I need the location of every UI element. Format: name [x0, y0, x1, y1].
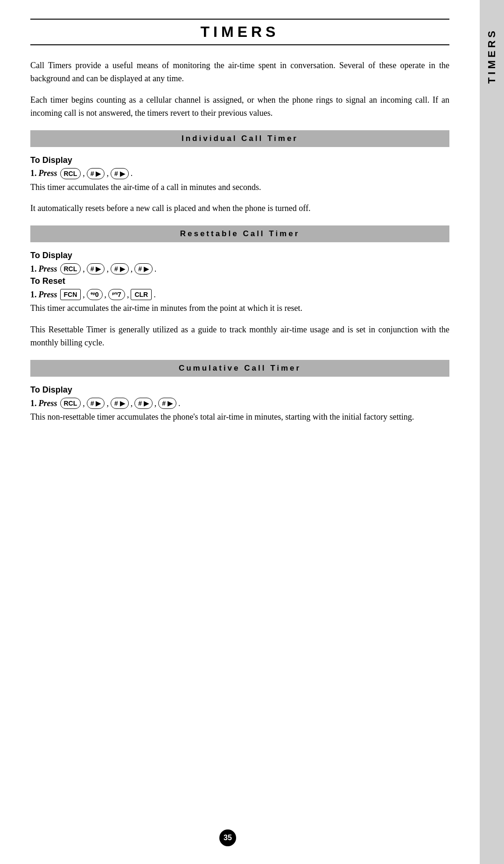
key-rcl-c1: RCL — [60, 398, 81, 409]
comma: , — [83, 169, 85, 178]
step-number-c1: 1. — [30, 399, 37, 408]
key-rcl-r1: RCL — [60, 263, 81, 274]
period: . — [178, 399, 181, 408]
press-word: Press — [39, 169, 57, 178]
key-hash-r3: # ▶ — [134, 263, 153, 274]
period: . — [154, 290, 156, 300]
comma: , — [154, 399, 157, 408]
intro-paragraph-2: Each timer begins counting as a cellular… — [30, 94, 449, 120]
individual-note: It automatically resets before a new cal… — [30, 202, 449, 215]
key-hash-c3: # ▶ — [134, 398, 153, 409]
individual-display-label: To Display — [30, 155, 449, 165]
comma: , — [127, 290, 129, 300]
key-rcl-1: RCL — [60, 168, 81, 179]
intro-paragraph-1: Call Timers provide a useful means of mo… — [30, 59, 449, 85]
comma: , — [131, 399, 133, 408]
cumulative-display-step1: 1. Press RCL, # ▶, # ▶, # ▶, # ▶. — [30, 398, 449, 409]
resettable-reset-step1: 1. Press FCN, ᵒᵖ0, ᵖʳˢ7, CLR. — [30, 289, 449, 300]
key-hash-c1: # ▶ — [87, 398, 105, 409]
section-header-cumulative-text: Cumulative Call Timer — [179, 364, 301, 372]
press-word-r1: Press — [39, 264, 57, 274]
key-7: ᵖʳˢ7 — [108, 289, 125, 300]
comma: , — [105, 290, 107, 300]
section-header-resettable-text: Resettable Call Timer — [180, 229, 300, 238]
page-title-bar: TIMERS — [30, 19, 449, 45]
section-header-individual: Individual Call Timer — [30, 130, 449, 147]
page-title: TIMERS — [201, 23, 280, 40]
step-number-r1: 1. — [30, 264, 37, 274]
right-tab-label: TIMERS — [486, 28, 498, 84]
comma: , — [83, 290, 85, 300]
right-tab: TIMERS — [480, 0, 504, 864]
comma: , — [106, 169, 109, 178]
key-0: ᵒᵖ0 — [87, 289, 103, 300]
individual-description: This timer accumulates the air-time of a… — [30, 181, 449, 194]
step-number-reset: 1. — [30, 290, 37, 300]
resettable-reset-label: To Reset — [30, 276, 449, 286]
step-number: 1. — [30, 169, 37, 178]
key-hash-c2: # ▶ — [111, 398, 129, 409]
page-number-container: 35 — [0, 829, 455, 846]
individual-display-step1: 1. Press RCL, # ▶, # ▶. — [30, 168, 449, 179]
section-header-resettable: Resettable Call Timer — [30, 225, 449, 242]
resettable-note: This Resettable Timer is generally utili… — [30, 323, 449, 350]
key-fcn: FCN — [60, 289, 81, 300]
resettable-description: This timer accumulates the air-time in m… — [30, 302, 449, 315]
comma: , — [106, 399, 109, 408]
key-clr: CLR — [131, 289, 152, 300]
resettable-display-step1: 1. Press RCL, # ▶, # ▶, # ▶. — [30, 263, 449, 274]
key-hash-r2: # ▶ — [111, 263, 129, 274]
key-hash-arrow-2: # ▶ — [111, 168, 129, 179]
comma: , — [83, 399, 85, 408]
comma: , — [106, 264, 109, 274]
comma: , — [131, 264, 133, 274]
cumulative-description: This non-resettable timer accumulates th… — [30, 411, 449, 424]
section-header-cumulative: Cumulative Call Timer — [30, 360, 449, 377]
press-word-reset: Press — [39, 290, 57, 300]
cumulative-display-label: To Display — [30, 385, 449, 395]
key-hash-c4: # ▶ — [158, 398, 176, 409]
key-hash-arrow-1: # ▶ — [87, 168, 105, 179]
key-hash-r1: # ▶ — [87, 263, 105, 274]
comma: , — [83, 264, 85, 274]
period: . — [154, 264, 157, 274]
page-number: 35 — [219, 829, 236, 846]
period: . — [131, 169, 133, 178]
resettable-display-label: To Display — [30, 251, 449, 260]
press-word-c1: Press — [39, 399, 57, 408]
section-header-individual-text: Individual Call Timer — [182, 134, 298, 143]
